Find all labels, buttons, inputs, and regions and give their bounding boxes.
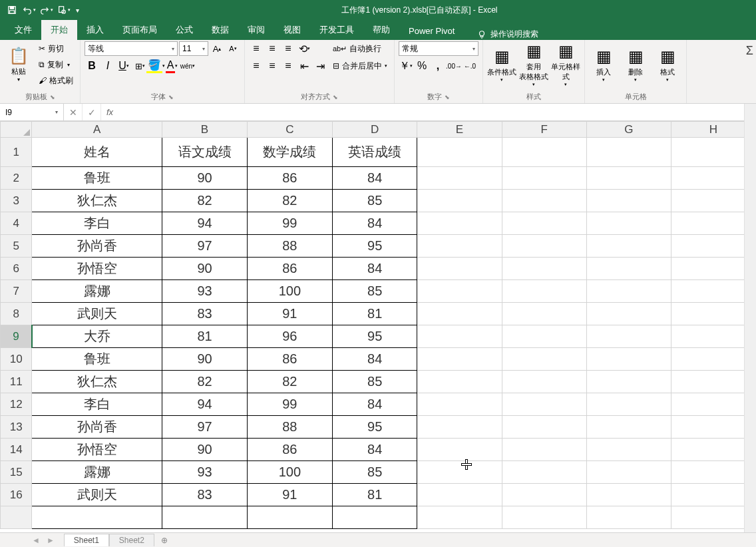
cell-A10[interactable]: 鲁班	[32, 348, 162, 371]
cell-F7[interactable]	[502, 280, 586, 303]
tab-power-pivot[interactable]: Power Pivot	[399, 22, 464, 40]
cell-C2[interactable]: 86	[247, 167, 332, 190]
cell-D2[interactable]: 84	[332, 167, 417, 190]
increase-font-button[interactable]: A▴	[210, 41, 224, 56]
tab-page-layout[interactable]: 页面布局	[113, 20, 166, 40]
row-head-5[interactable]: 5	[1, 235, 32, 258]
fx-icon[interactable]: fx	[101, 107, 118, 117]
decrease-indent-button[interactable]: ⇤	[297, 59, 311, 73]
cell-H6[interactable]	[671, 258, 755, 280]
italic-button[interactable]: I	[100, 59, 115, 73]
cell-F2[interactable]	[502, 167, 586, 190]
row-head-2[interactable]: 2	[1, 167, 32, 190]
row-head-6[interactable]: 6	[1, 258, 32, 280]
font-size-combo[interactable]: 11▾	[179, 41, 208, 56]
border-button[interactable]: ⊞▾	[132, 59, 147, 73]
percent-format-button[interactable]: %	[415, 59, 429, 73]
cell-D1[interactable]: 英语成绩	[332, 138, 417, 167]
cell-B9[interactable]: 81	[162, 325, 248, 348]
cell-H17[interactable]	[671, 506, 755, 529]
cell-C11[interactable]: 82	[247, 371, 332, 393]
cell-E8[interactable]	[417, 303, 502, 325]
cell-H16[interactable]	[671, 484, 755, 506]
cell-G3[interactable]	[586, 190, 671, 212]
font-launcher-icon[interactable]: ⬊	[168, 94, 174, 100]
cell-A4[interactable]: 李白	[32, 212, 162, 235]
cell-H14[interactable]	[671, 439, 755, 461]
col-head-E[interactable]: E	[417, 122, 502, 138]
cell-H5[interactable]	[671, 235, 755, 258]
tab-view[interactable]: 视图	[274, 20, 310, 40]
cell-H9[interactable]	[671, 325, 755, 348]
row-head-14[interactable]: 14	[1, 439, 32, 461]
col-head-C[interactable]: C	[247, 122, 332, 138]
font-family-combo[interactable]: 等线▾	[85, 41, 178, 56]
fill-color-button[interactable]: 🪣▾	[148, 59, 163, 73]
cell-B15[interactable]: 93	[162, 461, 248, 484]
cell-E16[interactable]	[417, 484, 502, 506]
cell-E9[interactable]	[417, 325, 502, 348]
cell-H7[interactable]	[671, 280, 755, 303]
paste-button[interactable]: 📋 粘贴 ▾	[4, 41, 33, 88]
cell-D9[interactable]: 95	[332, 325, 417, 348]
cell-A2[interactable]: 鲁班	[32, 167, 162, 190]
cell-G6[interactable]	[586, 258, 671, 280]
conditional-format-button[interactable]: ▦条件格式▾	[487, 41, 516, 88]
cell-D7[interactable]: 85	[332, 280, 417, 303]
cell-F9[interactable]	[502, 325, 586, 348]
format-cells-button[interactable]: ▦格式▾	[653, 41, 682, 88]
cell-E15[interactable]	[417, 461, 502, 484]
cell-C16[interactable]: 91	[247, 484, 332, 506]
cell-A11[interactable]: 狄仁杰	[32, 371, 162, 393]
row-head-12[interactable]: 12	[1, 393, 32, 416]
cell-G11[interactable]	[586, 371, 671, 393]
align-left-button[interactable]: ≡	[249, 59, 264, 73]
cell-E13[interactable]	[417, 416, 502, 439]
row-head-4[interactable]: 4	[1, 212, 32, 235]
tab-home[interactable]: 开始	[41, 20, 77, 40]
cell-H13[interactable]	[671, 416, 755, 439]
number-launcher-icon[interactable]: ⬊	[445, 94, 450, 100]
cell-A3[interactable]: 狄仁杰	[32, 190, 162, 212]
cell-A1[interactable]: 姓名	[32, 138, 162, 167]
cell-D16[interactable]: 81	[332, 484, 417, 506]
align-center-button[interactable]: ≡	[265, 59, 280, 73]
format-painter-button[interactable]: 🖌格式刷	[36, 73, 76, 88]
cell-E2[interactable]	[417, 167, 502, 190]
cell-F10[interactable]	[502, 348, 586, 371]
redo-icon[interactable]: ▾	[39, 2, 55, 18]
cell-F6[interactable]	[502, 258, 586, 280]
cell-G9[interactable]	[586, 325, 671, 348]
formula-input[interactable]	[118, 107, 756, 117]
cell-F16[interactable]	[502, 484, 586, 506]
tab-file[interactable]: 文件	[5, 20, 41, 40]
cell-A5[interactable]: 孙尚香	[32, 235, 162, 258]
cell-D3[interactable]: 85	[332, 190, 417, 212]
cell-H1[interactable]	[671, 138, 755, 167]
cell-D17[interactable]	[332, 506, 417, 529]
cell-C7[interactable]: 100	[247, 280, 332, 303]
row-head-16[interactable]: 16	[1, 484, 32, 506]
underline-button[interactable]: U▾	[116, 59, 131, 73]
cell-C1[interactable]: 数学成绩	[247, 138, 332, 167]
cell-A6[interactable]: 孙悟空	[32, 258, 162, 280]
decrease-decimal-button[interactable]: ←.0	[463, 59, 477, 73]
cell-A12[interactable]: 李白	[32, 393, 162, 416]
cell-G8[interactable]	[586, 303, 671, 325]
cell-E3[interactable]	[417, 190, 502, 212]
cell-C5[interactable]: 88	[247, 235, 332, 258]
cell-A14[interactable]: 孙悟空	[32, 439, 162, 461]
cell-D8[interactable]: 81	[332, 303, 417, 325]
cell-C6[interactable]: 86	[247, 258, 332, 280]
cell-D4[interactable]: 84	[332, 212, 417, 235]
cell-styles-button[interactable]: ▦单元格样式▾	[551, 41, 580, 88]
tab-insert[interactable]: 插入	[77, 20, 113, 40]
row-head-10[interactable]: 10	[1, 348, 32, 371]
cell-H4[interactable]	[671, 212, 755, 235]
sheet-nav-next-icon[interactable]: ►	[47, 536, 55, 545]
cell-C12[interactable]: 99	[247, 393, 332, 416]
cell-A9[interactable]: 大乔	[32, 325, 162, 348]
cell-E5[interactable]	[417, 235, 502, 258]
cell-F12[interactable]	[502, 393, 586, 416]
cell-H3[interactable]	[671, 190, 755, 212]
